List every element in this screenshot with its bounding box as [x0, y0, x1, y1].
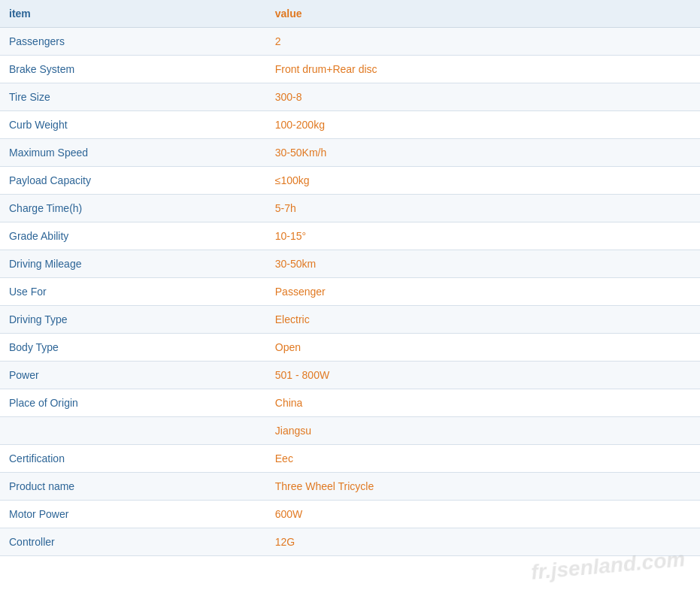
cell-value: 30-50km: [266, 250, 700, 278]
table-row: Curb Weight100-200kg: [0, 111, 700, 139]
header-value: value: [266, 0, 700, 28]
cell-value: ≤100kg: [266, 167, 700, 195]
cell-value: Front drum+Rear disc: [266, 56, 700, 83]
table-row: Driving TypeElectric: [0, 306, 700, 334]
cell-item: Tire Size: [0, 83, 266, 111]
table-row: Use ForPassenger: [0, 278, 700, 306]
table-row: Tire Size300-8: [0, 83, 700, 111]
table-header-row: item value: [0, 0, 700, 28]
cell-value: Open: [266, 334, 700, 362]
cell-value: 300-8: [266, 83, 700, 111]
table-row: Brake SystemFront drum+Rear disc: [0, 56, 700, 83]
cell-value: 100-200kg: [266, 111, 700, 139]
table-row: Power501 - 800W: [0, 362, 700, 389]
table-row: Passengers2: [0, 28, 700, 56]
cell-item: Controller: [0, 528, 266, 556]
table-row: Payload Capacity≤100kg: [0, 167, 700, 195]
cell-value: 600W: [266, 501, 700, 528]
cell-value: Three Wheel Tricycle: [266, 473, 700, 501]
table-row: CertificationEec: [0, 445, 700, 473]
cell-value: 2: [266, 28, 700, 56]
cell-item: Maximum Speed: [0, 139, 266, 167]
table-row: Maximum Speed30-50Km/h: [0, 139, 700, 167]
cell-item: Driving Mileage: [0, 250, 266, 278]
cell-item: Passengers: [0, 28, 266, 56]
cell-value: China: [266, 389, 700, 417]
cell-value: 501 - 800W: [266, 362, 700, 389]
header-item: item: [0, 0, 266, 28]
cell-item: Curb Weight: [0, 111, 266, 139]
specs-table: item value Passengers2Brake SystemFront …: [0, 0, 700, 556]
cell-item: Certification: [0, 445, 266, 473]
cell-item: Place of Origin: [0, 389, 266, 417]
cell-item: Charge Time(h): [0, 195, 266, 222]
cell-item: Driving Type: [0, 306, 266, 334]
cell-value: 12G: [266, 528, 700, 556]
cell-item: Power: [0, 362, 266, 389]
table-row: Place of OriginChina: [0, 389, 700, 417]
table-body: Passengers2Brake SystemFront drum+Rear d…: [0, 28, 700, 556]
cell-value: Electric: [266, 306, 700, 334]
cell-item: Brake System: [0, 56, 266, 83]
cell-item: Use For: [0, 278, 266, 306]
cell-value: Eec: [266, 445, 700, 473]
cell-value: 30-50Km/h: [266, 139, 700, 167]
cell-item: Motor Power: [0, 501, 266, 528]
cell-item: [0, 417, 266, 445]
cell-value: 10-15°: [266, 222, 700, 250]
specs-table-container: item value Passengers2Brake SystemFront …: [0, 0, 700, 556]
table-row: Grade Ability10-15°: [0, 222, 700, 250]
table-row: Driving Mileage30-50km: [0, 250, 700, 278]
table-row: Charge Time(h)5-7h: [0, 195, 700, 222]
cell-item: Payload Capacity: [0, 167, 266, 195]
table-row: Jiangsu: [0, 417, 700, 445]
cell-value: 5-7h: [266, 195, 700, 222]
cell-item: Product name: [0, 473, 266, 501]
table-row: Product nameThree Wheel Tricycle: [0, 473, 700, 501]
table-row: Motor Power600W: [0, 501, 700, 528]
cell-item: Grade Ability: [0, 222, 266, 250]
cell-value: Jiangsu: [266, 417, 700, 445]
table-row: Controller12G: [0, 528, 700, 556]
table-row: Body TypeOpen: [0, 334, 700, 362]
cell-item: Body Type: [0, 334, 266, 362]
cell-value: Passenger: [266, 278, 700, 306]
